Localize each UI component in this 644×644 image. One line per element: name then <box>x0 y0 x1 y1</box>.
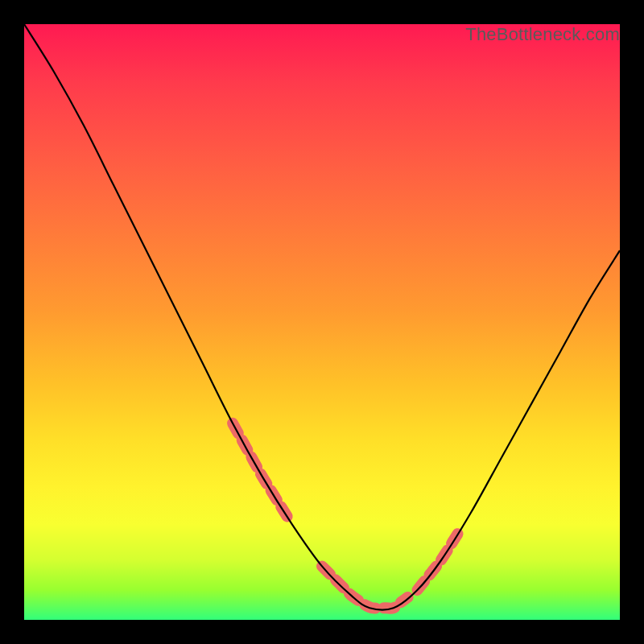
chart-frame: TheBottleneck.com <box>0 0 644 644</box>
watermark-text: TheBottleneck.com <box>465 24 620 45</box>
curve-layer <box>24 24 620 620</box>
plot-area <box>24 24 620 620</box>
highlight-segment <box>322 566 408 608</box>
highlight-segment <box>417 530 460 590</box>
bottleneck-curve-path <box>24 24 620 610</box>
